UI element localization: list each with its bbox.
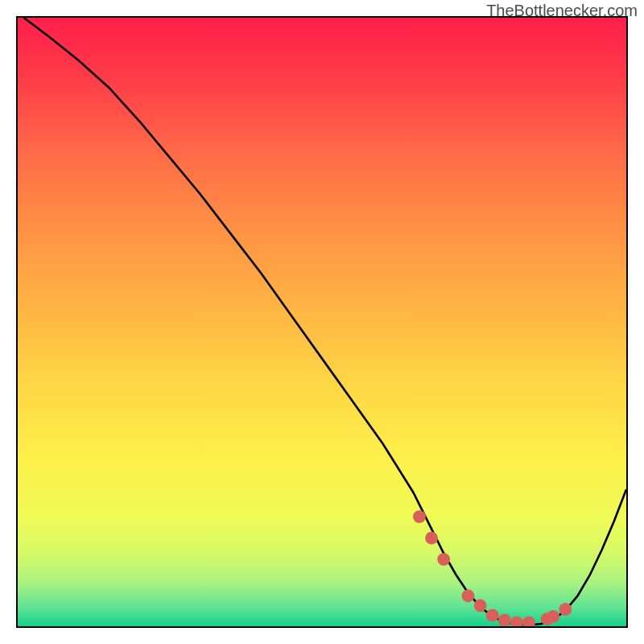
chart-frame [16,16,628,628]
marker-point [486,609,499,621]
marker-point [498,614,511,626]
marker-point [510,617,523,626]
marker-point [413,510,426,523]
marker-point [437,553,450,566]
marker-point [462,589,475,602]
marker-point [547,610,559,623]
marker-point [474,599,487,612]
chart-curve-layer [18,18,626,626]
highlight-markers [413,510,572,626]
bottleneck-curve [24,18,626,625]
marker-point [559,603,572,616]
watermark-text: TheBottlenecker.com [486,2,638,20]
marker-point [425,531,438,544]
marker-point [522,617,535,626]
